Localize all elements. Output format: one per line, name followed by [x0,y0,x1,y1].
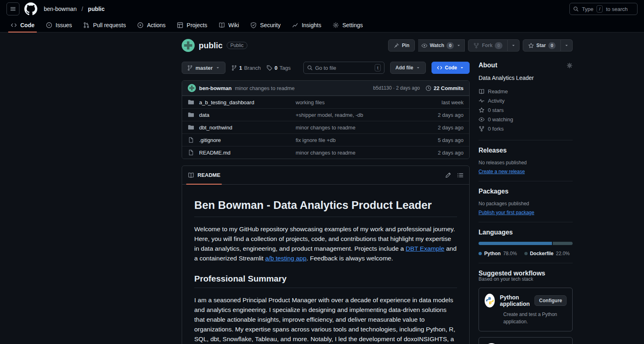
about-item-label: Activity [488,98,504,104]
file-name-link[interactable]: README.md [199,150,296,156]
file-name-link[interactable]: data [199,112,296,118]
add-file-button[interactable]: Add file [390,62,426,74]
branches-link[interactable]: 1 Branch [231,65,261,71]
tab-pull-requests[interactable]: Pull requests [79,18,130,32]
tab-label: Settings [342,22,363,28]
repo-header: public Public Pin Watch 0 Fork 0 [182,39,573,52]
play-icon [137,22,144,28]
workflow-title: Python application [500,294,530,307]
tab-label: Wiki [228,22,239,28]
github-logo-icon[interactable] [24,2,37,15]
file-commit-date: 2 days ago [419,125,464,131]
commit-hash[interactable]: b5d1130 · 2 days ago [373,85,420,91]
create-release-link[interactable]: Create a new release [479,169,525,174]
global-search-input[interactable]: Type / to search [569,3,638,15]
search-placeholder-text2: to search [606,6,627,12]
tab-actions[interactable]: Actions [133,18,170,32]
star-dropdown-button[interactable] [561,39,573,52]
breadcrumb-repo[interactable]: public [86,5,106,13]
file-name-link[interactable]: dbt_northwind [199,125,296,131]
go-to-file-search[interactable]: t [303,62,384,74]
file-commit-message-link[interactable]: minor changes to readme [296,125,419,131]
file-commit-date: 2 days ago [419,150,464,156]
branch-selector-button[interactable]: master [182,62,225,74]
search-icon [573,6,579,12]
publish-package-link[interactable]: Publish your first package [479,210,534,215]
fork-dropdown-button[interactable] [508,39,519,52]
commits-link[interactable]: 22 Commits [425,85,464,91]
language-percent: 78.0% [503,251,517,256]
hamburger-menu-button[interactable] [6,2,19,15]
tab-code[interactable]: Code [6,18,39,32]
code-button-label: Code [445,65,457,71]
stars-link[interactable]: 0 stars [479,105,573,115]
packages-heading: Packages [479,188,509,195]
tab-security[interactable]: Security [246,18,285,32]
tab-wiki[interactable]: Wiki [215,18,243,32]
code-button[interactable]: Code [431,62,470,74]
go-to-file-input[interactable] [315,65,372,71]
file-name-link[interactable]: a_b_testing_dashboard [199,99,296,105]
watching-link[interactable]: 0 watching [479,115,573,124]
table-icon [177,22,183,28]
file-name-link[interactable]: .gitignore [199,137,296,143]
pin-button[interactable]: Pin [388,39,415,52]
releases-section: Releases No releases published Create a … [479,147,573,181]
readme-tab[interactable]: README [188,166,220,184]
ab-testing-app-link[interactable]: a/b testing app [265,255,307,262]
tab-projects[interactable]: Projects [173,18,211,32]
about-item-label: Readme [488,88,508,95]
watch-button[interactable]: Watch 0 [418,39,465,52]
configure-button[interactable]: Configure [535,295,567,306]
forks-link[interactable]: 0 forks [479,124,573,133]
star-button[interactable]: Star 0 [523,39,561,52]
activity-link[interactable]: Activity [479,96,573,105]
folder-icon [188,99,194,105]
pin-icon [393,43,399,49]
chevron-down-icon [511,43,516,48]
pencil-icon[interactable] [445,172,451,178]
breadcrumb-owner[interactable]: ben-bowman [42,5,78,13]
git-branch-icon [231,65,237,71]
tab-issues[interactable]: Issues [42,18,76,32]
file-commit-date: last week [419,99,464,105]
dbt-example-link[interactable]: DBT Example [406,245,444,252]
language-bar-python[interactable] [479,242,552,245]
repo-tab-nav: Code Issues Pull requests Actions Projec… [0,18,644,32]
readme-subheading: Professional Summary [194,274,457,288]
file-commit-message-link[interactable]: +shipper model, readme, -db [296,112,419,118]
tab-settings[interactable]: Settings [328,18,367,32]
tab-label: Actions [147,22,165,28]
language-python[interactable]: Python 78.0% [479,251,517,256]
commit-author[interactable]: ben-bowman [199,85,232,91]
file-commit-message-link[interactable]: minor changes to readme [296,150,419,156]
commit-message[interactable]: minor changes to readme [235,85,294,91]
repo-title[interactable]: public [199,41,223,50]
t-key-hint: t [375,64,381,71]
fork-button[interactable]: Fork 0 [468,39,507,52]
search-icon [307,65,313,71]
file-table: ben-bowman minor changes to readme b5d11… [182,80,470,159]
file-commit-message-link[interactable]: fix ignore file +db [296,137,419,143]
graph-icon [292,22,298,28]
readme-section: README Ben Bowman - Data Analytics Produ… [182,166,470,344]
readme-header: README [182,166,469,185]
intro-text: . Feedback is always welcome. [307,255,393,262]
readme-link[interactable]: Readme [479,87,573,96]
language-dockerfile[interactable]: Dockerfile 22.0% [524,251,570,256]
gear-icon[interactable] [567,62,573,69]
language-bar-dockerfile[interactable] [553,242,573,245]
file-commit-date: 2 days ago [419,112,464,118]
visibility-badge: Public [227,42,247,49]
list-unordered-icon[interactable] [457,172,464,178]
file-icon [188,137,194,143]
pulse-icon [479,98,485,104]
tab-insights[interactable]: Insights [288,18,325,32]
language-name: Python [484,251,501,256]
file-commit-message-link[interactable]: working files [296,99,419,105]
tag-icon [266,65,273,71]
slash-key-hint: / [597,5,603,13]
dockerfile-color-dot [524,252,528,255]
tags-link[interactable]: 0 Tags [266,65,291,71]
commit-author-avatar[interactable] [188,84,196,92]
